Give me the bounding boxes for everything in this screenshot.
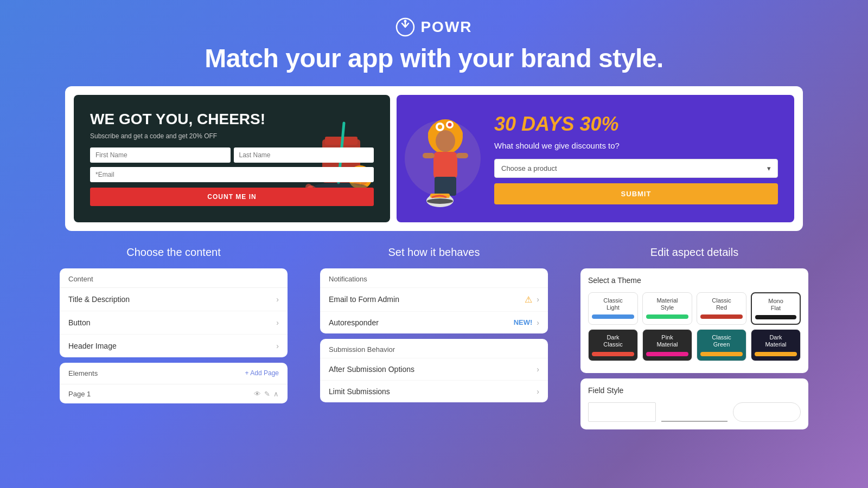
page-1-label: Page 1 (68, 390, 91, 398)
person-svg (402, 104, 489, 213)
page-header: POWR Match your app with your brand styl… (0, 0, 868, 86)
svg-point-34 (427, 198, 453, 204)
choose-content-column: Choose the content Content Title & Descr… (43, 246, 304, 403)
powr-logo-icon (395, 17, 415, 37)
content-card: Content Title & Description › Button › H… (60, 268, 288, 357)
dark-material-swatch (755, 352, 797, 356)
after-submission-label: After Submission Options (329, 365, 414, 374)
main-headline: Match your app with your brand style. (0, 43, 868, 73)
theme-name: MaterialStyle (656, 297, 678, 311)
field-style-card: Field Style (580, 378, 808, 429)
elements-card: Elements + Add Page Page 1 👁 ✎ ∧ (60, 363, 288, 403)
edit-icon[interactable]: ✎ (264, 390, 270, 398)
preview-left-subtitle: Subscribe and get a code and get 20% OFF (90, 132, 374, 140)
theme-pink-material[interactable]: PinkMaterial (642, 329, 692, 361)
header-image-item[interactable]: Header Image › (60, 335, 288, 357)
theme-dark-material[interactable]: DarkMaterial (751, 329, 801, 361)
page-1-item[interactable]: Page 1 👁 ✎ ∧ (60, 384, 288, 403)
pink-material-swatch (646, 352, 688, 356)
elements-header: Elements + Add Page (60, 363, 288, 384)
bottom-section: Choose the content Content Title & Descr… (43, 246, 825, 429)
chevron-up-icon[interactable]: ∧ (273, 390, 279, 398)
field-style-title: Field Style (588, 386, 801, 395)
set-behavior-title: Set how it behaves (320, 246, 548, 259)
theme-material-style[interactable]: MaterialStyle (642, 292, 692, 325)
dark-classic-swatch (592, 352, 634, 356)
button-item[interactable]: Button › (60, 311, 288, 335)
discount-subtitle: What should we give discounts to? (494, 141, 778, 150)
svg-rect-30 (435, 177, 456, 196)
email-to-form-admin-item[interactable]: Email to Form Admin ⚠ › (320, 287, 548, 311)
svg-rect-29 (456, 153, 468, 158)
chevron-right-icon: › (537, 387, 539, 396)
chevron-right-icon: › (537, 365, 539, 374)
preview-dark-card: WE GOT YOU, CHEERS! Subscribe and get a … (74, 95, 390, 222)
theme-dark-classic[interactable]: DarkClassic (588, 329, 638, 361)
last-name-input[interactable] (234, 147, 374, 163)
field-style-flat[interactable] (661, 402, 728, 422)
field-style-rounded[interactable] (733, 402, 801, 422)
preview-section: WE GOT YOU, CHEERS! Subscribe and get a … (65, 86, 803, 231)
chevron-right-icon: › (276, 295, 279, 304)
preview-right-content: 30 DAYS 30% What should we give discount… (494, 113, 778, 204)
chevron-right-icon: › (537, 318, 539, 327)
preview-purple-card: 30 DAYS 30% What should we give discount… (397, 95, 794, 222)
chevron-right-icon: › (537, 295, 539, 304)
after-submission-item[interactable]: After Submission Options › (320, 358, 548, 380)
svg-point-25 (448, 123, 452, 127)
count-me-in-button[interactable]: COUNT ME IN (90, 188, 374, 206)
material-style-swatch (646, 314, 688, 319)
theme-name: ClassicRed (712, 297, 731, 311)
notifications-card: Notifications Email to Form Admin ⚠ › Au… (320, 268, 548, 333)
title-description-label: Title & Description (68, 295, 130, 304)
field-style-square[interactable] (588, 402, 656, 422)
eye-icon[interactable]: 👁 (254, 390, 261, 398)
first-name-input[interactable] (90, 147, 231, 163)
email-admin-label: Email to Form Admin (329, 295, 399, 304)
submission-behavior-header: Submission Behavior (320, 339, 548, 358)
button-label: Button (68, 318, 90, 327)
email-input[interactable] (90, 167, 374, 182)
product-select[interactable]: Choose a product ▾ (494, 159, 778, 178)
select-placeholder: Choose a product (501, 164, 557, 172)
limit-submissions-label: Limit Submissions (329, 387, 390, 396)
svg-rect-28 (423, 153, 435, 158)
mono-flat-swatch (755, 315, 796, 319)
svg-point-26 (436, 130, 455, 152)
theme-mono-flat[interactable]: MonoFlat (751, 292, 801, 325)
svg-point-1 (404, 20, 407, 23)
title-description-item[interactable]: Title & Description › (60, 288, 288, 311)
notif-right-new: NEW! › (514, 318, 539, 327)
header-image-label: Header Image (68, 342, 117, 350)
edit-aspect-column: Edit aspect details Select a Theme Class… (564, 246, 825, 429)
warning-icon: ⚠ (525, 294, 532, 305)
notif-right-warning: ⚠ › (525, 294, 539, 305)
theme-name: DarkMaterial (765, 334, 786, 348)
chevron-down-icon: ▾ (767, 164, 771, 172)
set-behavior-column: Set how it behaves Notifications Email t… (304, 246, 564, 402)
logo-text: POWR (420, 18, 472, 36)
chevron-right-icon: › (276, 342, 279, 350)
classic-green-swatch (700, 352, 743, 356)
content-header: Content (60, 268, 288, 288)
new-badge: NEW! (514, 318, 533, 326)
theme-classic-green[interactable]: ClassicGreen (697, 329, 746, 361)
choose-content-title: Choose the content (60, 246, 288, 259)
select-theme-title: Select a Theme (588, 276, 801, 285)
autoresponder-item[interactable]: Autoresponder NEW! › (320, 311, 548, 333)
chevron-right-icon: › (276, 318, 279, 327)
submission-card: Submission Behavior After Submission Opt… (320, 339, 548, 402)
preview-left-title: WE GOT YOU, CHEERS! (90, 111, 374, 128)
theme-name: MonoFlat (768, 298, 783, 311)
elements-title: Elements (68, 369, 98, 377)
theme-classic-red[interactable]: ClassicRed (697, 292, 746, 325)
notifications-header: Notifications (320, 268, 548, 287)
submit-button[interactable]: SUBMIT (494, 183, 778, 204)
logo: POWR (0, 17, 868, 37)
add-page-button[interactable]: + Add Page (245, 369, 279, 377)
field-style-options (588, 402, 801, 422)
theme-classic-light[interactable]: ClassicLight (588, 292, 638, 325)
name-fields-row (90, 147, 374, 163)
classic-red-swatch (700, 314, 743, 319)
limit-submissions-item[interactable]: Limit Submissions › (320, 380, 548, 402)
